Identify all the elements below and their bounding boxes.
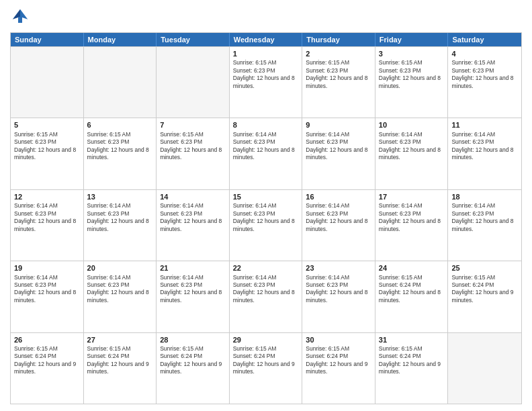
- day-number: 31: [379, 335, 445, 345]
- calendar-cell: 29Sunrise: 6:15 AM Sunset: 6:24 PM Dayli…: [230, 333, 303, 404]
- day-number: 11: [451, 120, 518, 130]
- calendar-cell: 19Sunrise: 6:14 AM Sunset: 6:23 PM Dayli…: [11, 261, 84, 332]
- calendar-cell: 18Sunrise: 6:14 AM Sunset: 6:23 PM Dayli…: [448, 190, 521, 261]
- day-number: 8: [233, 120, 299, 130]
- day-number: 18: [451, 192, 518, 201]
- day-number: 22: [233, 263, 299, 273]
- cell-info: Sunrise: 6:14 AM Sunset: 6:23 PM Dayligh…: [233, 202, 299, 233]
- day-header-monday: Monday: [84, 33, 157, 46]
- day-number: 6: [87, 120, 153, 130]
- calendar-cell: 25Sunrise: 6:15 AM Sunset: 6:24 PM Dayli…: [448, 261, 521, 332]
- calendar-cell: 23Sunrise: 6:14 AM Sunset: 6:23 PM Dayli…: [302, 261, 375, 332]
- day-number: 10: [379, 120, 445, 130]
- calendar-cell: 1Sunrise: 6:15 AM Sunset: 6:23 PM Daylig…: [230, 47, 303, 118]
- cell-info: Sunrise: 6:14 AM Sunset: 6:23 PM Dayligh…: [233, 274, 299, 305]
- calendar-row-5: 26Sunrise: 6:15 AM Sunset: 6:24 PM Dayli…: [11, 332, 521, 404]
- day-header-wednesday: Wednesday: [230, 33, 303, 46]
- calendar-cell: [448, 333, 521, 404]
- cell-info: Sunrise: 6:15 AM Sunset: 6:23 PM Dayligh…: [87, 131, 153, 162]
- day-number: 21: [160, 263, 226, 273]
- page: SundayMondayTuesdayWednesdayThursdayFrid…: [0, 0, 532, 411]
- cell-info: Sunrise: 6:14 AM Sunset: 6:23 PM Dayligh…: [306, 131, 371, 162]
- cell-info: Sunrise: 6:15 AM Sunset: 6:23 PM Dayligh…: [233, 59, 299, 90]
- logo-icon: [10, 7, 30, 27]
- cell-info: Sunrise: 6:14 AM Sunset: 6:23 PM Dayligh…: [451, 131, 518, 162]
- calendar-cell: 27Sunrise: 6:15 AM Sunset: 6:24 PM Dayli…: [84, 333, 157, 404]
- day-number: 30: [306, 335, 371, 345]
- header: [10, 7, 522, 27]
- calendar-cell: 31Sunrise: 6:15 AM Sunset: 6:24 PM Dayli…: [375, 333, 449, 404]
- calendar-cell: 7Sunrise: 6:15 AM Sunset: 6:23 PM Daylig…: [157, 118, 230, 189]
- calendar-cell: 5Sunrise: 6:15 AM Sunset: 6:23 PM Daylig…: [11, 118, 84, 189]
- cell-info: Sunrise: 6:15 AM Sunset: 6:23 PM Dayligh…: [306, 59, 371, 90]
- cell-info: Sunrise: 6:15 AM Sunset: 6:23 PM Dayligh…: [451, 59, 518, 90]
- calendar-cell: [11, 47, 84, 118]
- calendar-cell: 6Sunrise: 6:15 AM Sunset: 6:23 PM Daylig…: [84, 118, 157, 189]
- day-number: 1: [233, 49, 299, 58]
- calendar-cell: 26Sunrise: 6:15 AM Sunset: 6:24 PM Dayli…: [11, 333, 84, 404]
- day-number: 3: [379, 49, 445, 58]
- calendar-cell: 3Sunrise: 6:15 AM Sunset: 6:23 PM Daylig…: [375, 47, 449, 118]
- cell-info: Sunrise: 6:14 AM Sunset: 6:23 PM Dayligh…: [14, 274, 80, 305]
- calendar-cell: [84, 47, 157, 118]
- cell-info: Sunrise: 6:15 AM Sunset: 6:24 PM Dayligh…: [14, 345, 80, 376]
- day-number: 26: [14, 335, 80, 345]
- day-number: 28: [160, 335, 226, 345]
- cell-info: Sunrise: 6:14 AM Sunset: 6:23 PM Dayligh…: [87, 202, 153, 233]
- day-number: 19: [14, 263, 80, 273]
- svg-rect-2: [18, 17, 22, 23]
- calendar-cell: 4Sunrise: 6:15 AM Sunset: 6:23 PM Daylig…: [448, 47, 521, 118]
- calendar-cell: 9Sunrise: 6:14 AM Sunset: 6:23 PM Daylig…: [302, 118, 375, 189]
- calendar-cell: 2Sunrise: 6:15 AM Sunset: 6:23 PM Daylig…: [302, 47, 375, 118]
- day-header-tuesday: Tuesday: [157, 33, 230, 46]
- calendar-cell: 28Sunrise: 6:15 AM Sunset: 6:24 PM Dayli…: [157, 333, 230, 404]
- cell-info: Sunrise: 6:15 AM Sunset: 6:24 PM Dayligh…: [233, 345, 299, 376]
- day-number: 13: [87, 192, 153, 201]
- calendar-row-2: 5Sunrise: 6:15 AM Sunset: 6:23 PM Daylig…: [11, 118, 521, 189]
- cell-info: Sunrise: 6:15 AM Sunset: 6:23 PM Dayligh…: [379, 59, 445, 90]
- day-header-thursday: Thursday: [302, 33, 375, 46]
- day-number: 25: [451, 263, 518, 273]
- calendar-cell: 12Sunrise: 6:14 AM Sunset: 6:23 PM Dayli…: [11, 190, 84, 261]
- cell-info: Sunrise: 6:15 AM Sunset: 6:23 PM Dayligh…: [14, 131, 80, 162]
- calendar-cell: 22Sunrise: 6:14 AM Sunset: 6:23 PM Dayli…: [230, 261, 303, 332]
- calendar-cell: 13Sunrise: 6:14 AM Sunset: 6:23 PM Dayli…: [84, 190, 157, 261]
- day-number: 2: [306, 49, 371, 58]
- day-number: 27: [87, 335, 153, 345]
- calendar-row-4: 19Sunrise: 6:14 AM Sunset: 6:23 PM Dayli…: [11, 261, 521, 332]
- cell-info: Sunrise: 6:14 AM Sunset: 6:23 PM Dayligh…: [379, 202, 445, 233]
- day-number: 12: [14, 192, 80, 201]
- cell-info: Sunrise: 6:14 AM Sunset: 6:23 PM Dayligh…: [233, 131, 299, 162]
- day-number: 20: [87, 263, 153, 273]
- day-number: 9: [306, 120, 371, 130]
- cell-info: Sunrise: 6:14 AM Sunset: 6:23 PM Dayligh…: [379, 131, 445, 162]
- calendar-row-1: 1Sunrise: 6:15 AM Sunset: 6:23 PM Daylig…: [11, 46, 521, 118]
- cell-info: Sunrise: 6:15 AM Sunset: 6:24 PM Dayligh…: [306, 345, 371, 376]
- cell-info: Sunrise: 6:15 AM Sunset: 6:23 PM Dayligh…: [160, 131, 226, 162]
- calendar-cell: 11Sunrise: 6:14 AM Sunset: 6:23 PM Dayli…: [448, 118, 521, 189]
- day-number: 7: [160, 120, 226, 130]
- day-number: 17: [379, 192, 445, 201]
- day-number: 29: [233, 335, 299, 345]
- day-number: 5: [14, 120, 80, 130]
- cell-info: Sunrise: 6:15 AM Sunset: 6:24 PM Dayligh…: [379, 345, 445, 376]
- cell-info: Sunrise: 6:14 AM Sunset: 6:23 PM Dayligh…: [14, 202, 80, 233]
- day-number: 16: [306, 192, 371, 201]
- calendar-cell: 8Sunrise: 6:14 AM Sunset: 6:23 PM Daylig…: [230, 118, 303, 189]
- cell-info: Sunrise: 6:15 AM Sunset: 6:24 PM Dayligh…: [160, 345, 226, 376]
- calendar-cell: 14Sunrise: 6:14 AM Sunset: 6:23 PM Dayli…: [157, 190, 230, 261]
- calendar: SundayMondayTuesdayWednesdayThursdayFrid…: [10, 32, 522, 404]
- day-number: 14: [160, 192, 226, 201]
- calendar-header: SundayMondayTuesdayWednesdayThursdayFrid…: [11, 33, 521, 46]
- cell-info: Sunrise: 6:14 AM Sunset: 6:23 PM Dayligh…: [451, 202, 518, 233]
- cell-info: Sunrise: 6:15 AM Sunset: 6:24 PM Dayligh…: [379, 274, 445, 305]
- cell-info: Sunrise: 6:14 AM Sunset: 6:23 PM Dayligh…: [87, 274, 153, 305]
- cell-info: Sunrise: 6:14 AM Sunset: 6:23 PM Dayligh…: [306, 202, 371, 233]
- logo: [10, 7, 33, 27]
- calendar-cell: 24Sunrise: 6:15 AM Sunset: 6:24 PM Dayli…: [375, 261, 449, 332]
- calendar-cell: 10Sunrise: 6:14 AM Sunset: 6:23 PM Dayli…: [375, 118, 449, 189]
- calendar-cell: 16Sunrise: 6:14 AM Sunset: 6:23 PM Dayli…: [302, 190, 375, 261]
- day-header-sunday: Sunday: [11, 33, 84, 46]
- calendar-cell: 17Sunrise: 6:14 AM Sunset: 6:23 PM Dayli…: [375, 190, 449, 261]
- day-number: 24: [379, 263, 445, 273]
